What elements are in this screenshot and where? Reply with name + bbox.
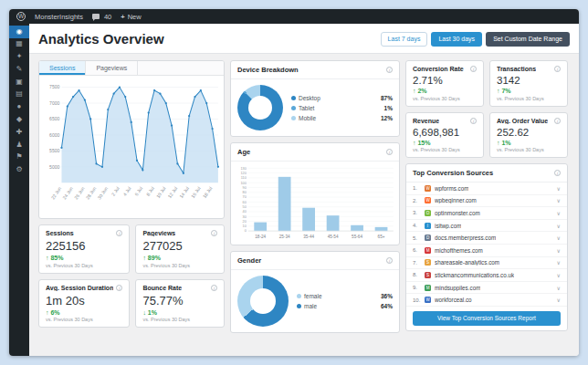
site-favicon: i (425, 223, 431, 229)
source-row[interactable]: 9.mmindsuppiles.com∨ (406, 282, 567, 295)
source-row[interactable]: 10.wworkforceal.co∨ (406, 294, 567, 307)
legend-dot (291, 96, 296, 100)
info-icon[interactable]: i (386, 257, 393, 264)
chevron-down-icon[interactable]: ∨ (557, 247, 561, 254)
panel-title: Device Breakdown (237, 66, 299, 74)
top-conversion-sources-panel: Top Conversion Sources i 1.wwpforms.com∨… (405, 163, 568, 331)
traffic-chart-panel: SessionsPageviews 5000550060006500700075… (38, 60, 225, 219)
chevron-down-icon[interactable]: ∨ (557, 259, 561, 266)
site-favicon: w (425, 297, 431, 303)
source-row[interactable]: 2.wwpbeginner.com∨ (406, 195, 567, 208)
sidebar-item-posts[interactable]: ✎ (9, 63, 29, 76)
tab-pageviews[interactable]: Pageviews (86, 61, 138, 75)
source-row[interactable]: 5.ddocs.memberpress.com∨ (406, 232, 567, 245)
svg-text:7000: 7000 (49, 100, 59, 106)
panel-title: Top Conversion Sources (413, 169, 493, 177)
age-panel: Age i 010203040506070809010011012013018-… (230, 142, 400, 245)
sidebar-item-appearance[interactable]: ◆ (9, 114, 29, 127)
panel-title: Age (237, 148, 250, 156)
source-row[interactable]: 8.sstickmancommunications.co.uk∨ (406, 269, 567, 282)
svg-text:30: 30 (243, 215, 247, 219)
source-row[interactable]: 3.ooptinmonster.com∨ (406, 207, 567, 220)
source-rank: 7. (413, 260, 421, 266)
svg-text:90: 90 (243, 186, 247, 190)
legend-item-desktop: Desktop87% (291, 95, 393, 101)
source-domain: docs.memberpress.com (435, 235, 496, 241)
demographics-column: Device Breakdown i Desktop87%Tablet1%Mob… (230, 60, 400, 333)
chevron-down-icon[interactable]: ∨ (557, 297, 561, 303)
source-rank: 1. (413, 185, 421, 191)
site-name[interactable]: MonsterInsights (35, 13, 83, 21)
chevron-down-icon[interactable]: ∨ (557, 285, 561, 291)
wp-menu[interactable]: W (16, 12, 26, 21)
new-menu[interactable]: + New (121, 13, 141, 21)
stat-label: Pageviews (142, 230, 175, 236)
up-arrow-delta: ↑ 6% (46, 309, 122, 316)
stat-label: Avg. Session Duration (46, 285, 113, 291)
custom-range-button[interactable]: Set Custom Date Range (486, 32, 570, 47)
info-icon[interactable]: i (386, 67, 393, 73)
source-row[interactable]: 4.iisitwp.com∨ (406, 220, 567, 233)
info-icon[interactable]: i (554, 118, 561, 124)
users-icon: ♟ (16, 141, 22, 149)
stat-label: Transactions (497, 66, 536, 72)
range-button-last-30-days[interactable]: Last 30 days (431, 32, 482, 47)
info-icon[interactable]: i (470, 118, 477, 124)
svg-text:40: 40 (243, 210, 247, 214)
chevron-down-icon[interactable]: ∨ (557, 272, 561, 278)
sidebar-item-settings[interactable]: ⚙ (9, 164, 29, 177)
sidebar-item-plugins[interactable]: ✚ (9, 126, 29, 139)
admin-sidebar: ◉▦✦✎▣▤●◆✚♟⚑⚙ (9, 24, 29, 356)
svg-text:0: 0 (245, 229, 247, 233)
dashboard-icon: ▦ (16, 39, 23, 47)
info-icon[interactable]: i (554, 66, 561, 72)
sidebar-item-monsterinsights[interactable]: ◉ (9, 26, 29, 38)
svg-text:70: 70 (243, 195, 247, 199)
svg-text:45-54: 45-54 (328, 235, 339, 239)
chevron-down-icon[interactable]: ∨ (557, 197, 561, 203)
info-icon[interactable]: i (554, 170, 561, 176)
chevron-down-icon[interactable]: ∨ (557, 185, 561, 192)
chevron-down-icon[interactable]: ∨ (557, 210, 561, 216)
info-icon[interactable]: i (211, 230, 217, 236)
view-report-button[interactable]: View Top Conversion Sources Report (413, 311, 561, 326)
sidebar-item-tools[interactable]: ⚑ (9, 151, 29, 164)
stat-compare: vs. Previous 30 Days (413, 96, 477, 101)
svg-text:28 Jun: 28 Jun (85, 185, 98, 200)
chevron-down-icon[interactable]: ∨ (557, 223, 561, 229)
tab-sessions[interactable]: Sessions (39, 61, 86, 75)
stat-card-transactions: Transactionsi3142↑ 7%vs. Previous 30 Day… (489, 60, 568, 107)
site-favicon: s (425, 259, 431, 266)
svg-text:18-24: 18-24 (255, 235, 266, 239)
sidebar-item-comments[interactable]: ● (9, 101, 29, 114)
info-icon[interactable]: i (470, 66, 477, 72)
range-button-last-7-days[interactable]: Last 7 days (381, 32, 428, 47)
wp-admin-bar: W MonsterInsights 40 + New (9, 9, 579, 24)
info-icon[interactable]: i (211, 285, 217, 291)
comments-menu[interactable]: 40 (92, 13, 111, 21)
legend-value: 87% (381, 95, 393, 101)
sidebar-item-dashboard[interactable]: ▦ (9, 38, 29, 51)
svg-text:22 Jun: 22 Jun (50, 185, 63, 200)
legend-item-mobile: Mobile12% (291, 115, 393, 121)
source-row[interactable]: 7.sshareasale-analytics.com∨ (406, 257, 567, 270)
info-icon[interactable]: i (116, 285, 122, 291)
sidebar-item-media[interactable]: ▣ (9, 76, 29, 89)
svg-text:20: 20 (243, 220, 247, 224)
posts-icon: ✎ (16, 65, 23, 73)
device-donut-chart (237, 85, 283, 130)
settings-icon: ⚙ (16, 165, 22, 173)
svg-text:35-44: 35-44 (303, 235, 314, 239)
sidebar-item-pages[interactable]: ▤ (9, 89, 29, 101)
svg-text:2 Jul: 2 Jul (110, 186, 121, 197)
source-row[interactable]: 1.wwpforms.com∨ (406, 182, 567, 195)
svg-text:10 Jul: 10 Jul (155, 186, 167, 200)
chevron-down-icon[interactable]: ∨ (557, 235, 561, 241)
legend-dot (297, 304, 301, 308)
sidebar-item-users[interactable]: ♟ (9, 139, 29, 151)
info-icon[interactable]: i (386, 149, 393, 155)
info-icon[interactable]: i (116, 230, 122, 236)
sidebar-item-jetpack[interactable]: ✦ (9, 51, 29, 64)
stats-grid: Sessionsi225156↑ 85%vs. Previous 30 Days… (38, 224, 225, 328)
source-row[interactable]: 6.mmichofthemes.com∨ (406, 245, 567, 257)
